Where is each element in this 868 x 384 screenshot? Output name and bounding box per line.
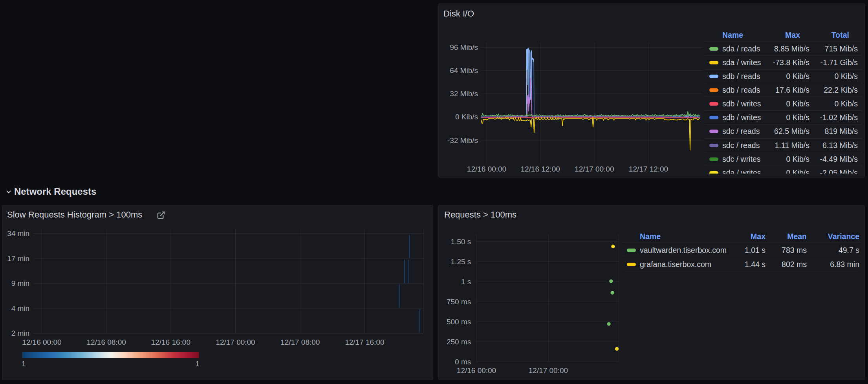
svg-text:34 min: 34 min bbox=[7, 229, 29, 238]
svg-text:250 ms: 250 ms bbox=[447, 338, 471, 346]
svg-text:1: 1 bbox=[195, 360, 200, 368]
svg-text:12/17 00:00: 12/17 00:00 bbox=[575, 165, 614, 173]
svg-text:96 Mib/s: 96 Mib/s bbox=[450, 43, 478, 51]
svg-text:9 min: 9 min bbox=[11, 279, 29, 287]
svg-text:1: 1 bbox=[22, 360, 26, 368]
svg-text:-32 Mib/s: -32 Mib/s bbox=[447, 136, 478, 144]
svg-text:12/17 08:00: 12/17 08:00 bbox=[280, 338, 320, 346]
svg-text:0 Kib/s: 0 Kib/s bbox=[455, 113, 478, 121]
svg-text:12/16 00:00: 12/16 00:00 bbox=[22, 338, 61, 346]
svg-text:0 ms: 0 ms bbox=[455, 358, 471, 366]
svg-text:1 s: 1 s bbox=[461, 278, 471, 286]
svg-text:12/16 16:00: 12/16 16:00 bbox=[151, 338, 190, 346]
svg-text:1.25 s: 1.25 s bbox=[451, 258, 471, 266]
svg-text:1.50 s: 1.50 s bbox=[451, 238, 471, 246]
svg-text:2 min: 2 min bbox=[11, 329, 29, 337]
svg-text:500 ms: 500 ms bbox=[447, 318, 471, 326]
svg-text:12/17 00:00: 12/17 00:00 bbox=[216, 338, 255, 346]
svg-text:4 min: 4 min bbox=[11, 304, 29, 313]
svg-text:12/16 00:00: 12/16 00:00 bbox=[457, 366, 496, 375]
svg-text:12/16 12:00: 12/16 12:00 bbox=[520, 165, 560, 173]
svg-text:64 Mib/s: 64 Mib/s bbox=[450, 66, 478, 75]
svg-text:12/16 00:00: 12/16 00:00 bbox=[467, 165, 506, 173]
svg-text:32 Mib/s: 32 Mib/s bbox=[450, 90, 478, 98]
svg-text:750 ms: 750 ms bbox=[447, 298, 471, 306]
svg-text:12/17 12:00: 12/17 12:00 bbox=[629, 165, 668, 173]
svg-text:17 min: 17 min bbox=[7, 254, 29, 263]
svg-text:12/16 08:00: 12/16 08:00 bbox=[86, 338, 126, 346]
svg-text:12/17 00:00: 12/17 00:00 bbox=[529, 366, 568, 375]
svg-text:12/17 16:00: 12/17 16:00 bbox=[345, 338, 384, 346]
